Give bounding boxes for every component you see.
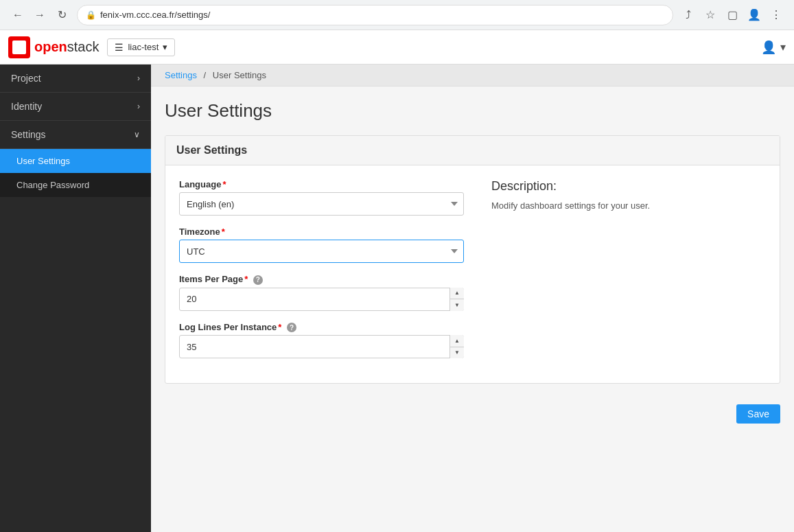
log-lines-increment[interactable]: ▲ [450,335,464,347]
reload-button[interactable]: ↻ [52,5,71,25]
sidebar-item-project[interactable]: Project › [0,65,151,93]
sidebar-sub-item-user-settings[interactable]: User Settings [0,149,151,173]
user-icon[interactable]: 👤 [761,40,776,55]
page-title: User Settings [165,100,780,122]
items-per-page-help-icon[interactable]: ? [253,275,263,285]
breadcrumb: Settings / User Settings [151,65,794,86]
log-lines-decrement[interactable]: ▼ [450,347,464,359]
timezone-select[interactable]: UTC US/Eastern US/Pacific Europe/Paris [179,240,464,263]
timezone-required: * [222,227,225,237]
items-per-page-input[interactable] [179,288,464,311]
browser-chrome: ← → ↻ 🔒 fenix-vm.ccc.cea.fr/settings/ ⤴ … [0,0,794,30]
sidebar-sub-item-change-password-label: Change Password [16,180,89,190]
browser-actions: ⤴ ☆ ▢ 👤 ⋮ [679,5,786,25]
sidebar: Project › Identity › Settings ∨ User Set… [0,65,151,532]
items-per-page-spinner-buttons: ▲ ▼ [449,288,464,311]
language-required: * [222,179,226,189]
browser-nav-buttons: ← → ↻ [8,5,71,25]
forward-button[interactable]: → [30,5,49,25]
project-label: liac-test [128,42,159,52]
panel-body: Language* English (en) French (fr) Germa… [165,165,780,383]
sidebar-item-project-chevron: › [137,73,140,83]
description-section: Description: Modify dashboard settings f… [491,179,766,369]
sidebar-item-project-label: Project [11,73,41,84]
header-user: 👤 ▾ [761,40,786,55]
sidebar-item-identity[interactable]: Identity › [0,93,151,121]
sidebar-item-settings-label: Settings [11,129,46,140]
footer-actions: Save [151,397,794,430]
project-selector[interactable]: ☰ liac-test ▾ [107,38,175,56]
sidebar-item-settings-chevron: ∨ [134,130,140,139]
user-dropdown-arrow[interactable]: ▾ [780,41,786,54]
save-button[interactable]: Save [736,404,780,424]
log-lines-input[interactable] [179,335,464,358]
lock-icon: 🔒 [86,10,96,20]
form-section: Language* English (en) French (fr) Germa… [179,179,464,369]
share-button[interactable]: ⤴ [679,5,698,25]
items-per-page-spinner: ▲ ▼ [179,288,464,311]
items-per-page-required: * [244,274,248,284]
log-lines-spinner: ▲ ▼ [179,335,464,358]
timezone-label: Timezone* [179,227,464,237]
sidebar-item-settings[interactable]: Settings ∨ [0,121,151,149]
menu-button[interactable]: ⋮ [767,5,786,25]
sidebar-item-identity-chevron: › [137,102,140,111]
sidebar-sub-item-change-password[interactable]: Change Password [0,173,151,197]
log-lines-form-group: Log Lines Per Instance* ? ▲ ▼ [179,322,464,359]
back-button[interactable]: ← [8,5,27,25]
log-lines-help-icon[interactable]: ? [287,323,296,332]
page-header: User Settings [151,86,794,128]
openstack-logo: openstack [8,36,99,58]
logo-icon [8,36,30,58]
breadcrumb-separator: / [204,70,207,80]
panel-heading: User Settings [165,136,780,165]
settings-panel: User Settings Language* English (en) Fre… [165,135,780,384]
breadcrumb-settings-link[interactable]: Settings [165,70,197,80]
address-bar[interactable]: 🔒 fenix-vm.ccc.cea.fr/settings/ [77,5,673,25]
description-text: Modify dashboard settings for your user. [491,199,766,213]
sidebar-item-identity-label: Identity [11,101,42,112]
log-lines-label: Log Lines Per Instance* ? [179,322,464,333]
items-per-page-form-group: Items Per Page* ? ▲ ▼ [179,274,464,311]
main-layout: Project › Identity › Settings ∨ User Set… [0,65,794,532]
project-icon: ☰ [115,42,124,53]
description-title: Description: [491,179,766,194]
content-area: Settings / User Settings User Settings U… [151,65,794,532]
sidebar-sub-item-user-settings-label: User Settings [16,156,70,166]
language-label: Language* [179,179,464,189]
items-per-page-increment[interactable]: ▲ [450,288,464,300]
timezone-form-group: Timezone* UTC US/Eastern US/Pacific Euro… [179,227,464,263]
app-header: openstack ☰ liac-test ▾ 👤 ▾ [0,30,794,65]
logo-text: openstack [34,39,99,55]
language-form-group: Language* English (en) French (fr) Germa… [179,179,464,216]
log-lines-required: * [278,322,281,332]
language-select[interactable]: English (en) French (fr) German (de) [179,192,464,216]
content-body: User Settings Language* English (en) Fre… [151,128,794,397]
items-per-page-decrement[interactable]: ▼ [450,299,464,311]
url-text: fenix-vm.ccc.cea.fr/settings/ [100,10,210,20]
bookmark-button[interactable]: ☆ [701,5,720,25]
tab-button[interactable]: ▢ [723,5,742,25]
items-per-page-label: Items Per Page* ? [179,274,464,285]
log-lines-spinner-buttons: ▲ ▼ [449,335,464,358]
project-dropdown-arrow: ▾ [163,42,167,52]
profile-button[interactable]: 👤 [745,5,764,25]
breadcrumb-current: User Settings [213,70,266,80]
